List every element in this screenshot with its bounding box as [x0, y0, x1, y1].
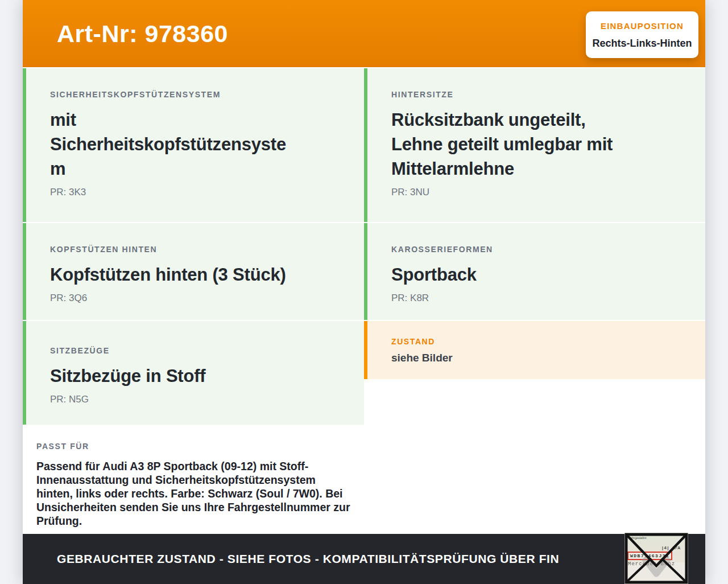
card-title: Sportback: [391, 262, 636, 287]
listing-page: Art-Nr: 978360 EINBAUPOSITION Rechts-Lin…: [23, 0, 705, 584]
card-karosserieformen: KAROSSERIEFORMEN Sportback PR: K8R: [364, 223, 705, 320]
card-label: KAROSSERIEFORMEN: [391, 245, 690, 254]
header-bar: Art-Nr: 978360 EINBAUPOSITION Rechts-Lin…: [23, 0, 705, 67]
card-label: SITZBEZÜGE: [50, 346, 349, 355]
fin-document-image: Fahrgestellnr. |4| A/A WDB71463J31 Merce…: [624, 533, 688, 584]
right-column: HINTERSITZE Rücksitzbank ungeteilt, Lehn…: [364, 68, 705, 532]
envelope-icon: [624, 533, 688, 584]
card-label: ZUSTAND: [391, 337, 690, 346]
einbauposition-box: EINBAUPOSITION Rechts-Links-Hinten: [586, 11, 698, 58]
card-label: PASST FÜR: [36, 442, 353, 451]
card-sicherheitskopfstuetzensystem: SICHERHEITSKOPFSTÜTZENSYSTEM mit Sicherh…: [23, 68, 364, 222]
card-title: Rücksitzbank ungeteilt, Lehne geteilt um…: [391, 108, 636, 181]
card-zustand: ZUSTAND siehe Bilder: [364, 321, 705, 379]
zustand-value: siehe Bilder: [391, 352, 690, 364]
card-passt-fuer: PASST FÜR Passend für Audi A3 8P Sportba…: [23, 426, 364, 532]
card-title: mit Sicherheitskopfstützensystem: [50, 108, 292, 181]
pr-code: PR: 3NU: [391, 187, 690, 198]
card-label: SICHERHEITSKOPFSTÜTZENSYSTEM: [50, 90, 349, 99]
pr-code: PR: N5G: [50, 394, 349, 405]
card-hintersitze: HINTERSITZE Rücksitzbank ungeteilt, Lehn…: [364, 68, 705, 222]
footer-note: GEBRAUCHTER ZUSTAND - SIEHE FOTOS - KOMP…: [57, 552, 559, 566]
card-sitzbezuege: SITZBEZÜGE Sitzbezüge in Stoff PR: N5G: [23, 321, 364, 425]
card-kopfstuetzen-hinten: KOPFSTÜTZEN HINTEN Kopfstützen hinten (3…: [23, 223, 364, 320]
card-title: Kopfstützen hinten (3 Stück): [50, 262, 295, 287]
card-title: Sitzbezüge in Stoff: [50, 364, 295, 388]
pr-code: PR: K8R: [391, 293, 690, 304]
left-column: SICHERHEITSKOPFSTÜTZENSYSTEM mit Sicherh…: [23, 68, 364, 532]
fitment-description: Passend für Audi A3 8P Sportback (09-12)…: [36, 459, 353, 528]
einbauposition-value: Rechts-Links-Hinten: [592, 38, 693, 50]
pr-code: PR: 3K3: [50, 187, 349, 198]
empty-filler: [364, 380, 705, 532]
footer-bar: GEBRAUCHTER ZUSTAND - SIEHE FOTOS - KOMP…: [23, 534, 705, 584]
page-title: Art-Nr: 978360: [23, 20, 228, 48]
card-label: HINTERSITZE: [391, 90, 690, 99]
pr-code: PR: 3Q6: [50, 293, 349, 304]
attribute-grid: SICHERHEITSKOPFSTÜTZENSYSTEM mit Sicherh…: [23, 68, 705, 532]
einbauposition-label: EINBAUPOSITION: [592, 21, 693, 31]
card-label: KOPFSTÜTZEN HINTEN: [50, 245, 349, 254]
